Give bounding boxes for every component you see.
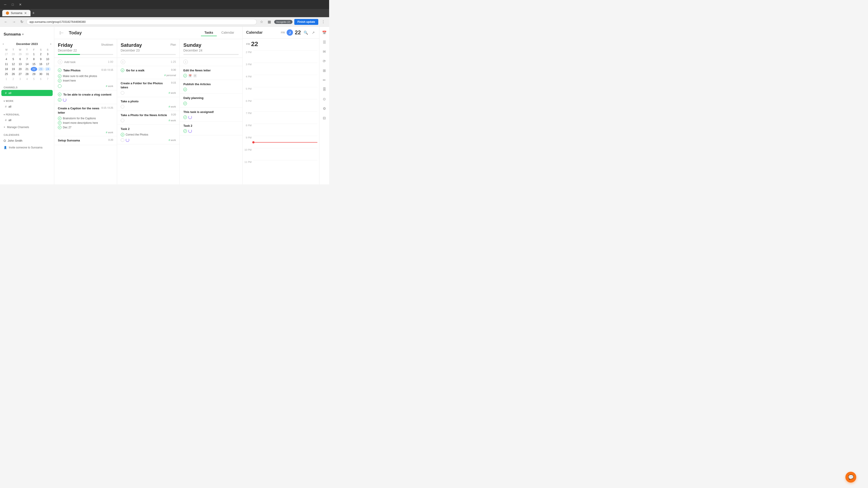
friday-action[interactable]: Shutdown (101, 43, 113, 46)
task-circle[interactable] (121, 105, 124, 108)
task-circle[interactable] (58, 98, 61, 102)
sunday-task-planning[interactable]: Daily planning (180, 94, 242, 107)
saturday-task-photo[interactable]: Take a photo #work (117, 97, 180, 111)
cal-day[interactable]: 14 (24, 62, 30, 66)
cal-day[interactable]: 4 (24, 77, 30, 81)
cal-day[interactable]: 21 (24, 67, 30, 71)
window-control-close[interactable]: ✕ (17, 2, 24, 7)
right-icon-github[interactable]: ⊙ (320, 95, 329, 103)
saturday-task-2[interactable]: Task 2 Correct the Photos #work (117, 125, 180, 144)
subtask-check[interactable] (58, 121, 61, 125)
brand-logo[interactable]: Sunsama ▾ (4, 32, 51, 37)
cal-day[interactable]: 20 (17, 67, 23, 71)
friday-task-take-photos[interactable]: Take Photos 0:10 / 0:15 Make sure to edi… (54, 66, 117, 90)
task-circle[interactable] (58, 84, 61, 88)
sidebar-item-all-channels[interactable]: # all (1, 90, 53, 96)
user-avatar[interactable]: J (287, 29, 293, 36)
manage-channels-button[interactable]: + Manage Channels (0, 124, 54, 130)
task-circle[interactable] (183, 74, 187, 77)
zoom-in-button[interactable]: 🔍 (303, 30, 309, 36)
address-bar[interactable]: app.sunsama.com/group/17031827644696380 (26, 19, 257, 25)
task-circle[interactable] (183, 102, 187, 105)
task-circle[interactable] (121, 91, 124, 95)
cal-day[interactable]: 11 (3, 62, 9, 66)
calendar-user-item[interactable]: John Smith (0, 138, 54, 143)
back-button[interactable]: ← (3, 19, 9, 25)
prev-day-button[interactable]: |← (59, 30, 65, 36)
tab-calendar[interactable]: Calendar (218, 29, 238, 36)
window-control-minimize[interactable]: ─ (2, 2, 8, 7)
new-tab-button[interactable]: + (32, 11, 35, 15)
friday-task-vlog[interactable]: To be able to create a vlog content (54, 90, 117, 104)
saturday-task-news-photo[interactable]: Take a Photo for the News Article 0:20 #… (117, 111, 180, 125)
task-checkbox[interactable] (58, 93, 61, 96)
cal-day[interactable]: 15 (31, 62, 37, 66)
sidebar-toggle-button[interactable]: ▦ (266, 19, 272, 25)
friday-task-setup[interactable]: Setup Sunsama 0:20 (54, 136, 117, 145)
cal-day[interactable]: 18 (3, 67, 9, 71)
cal-day[interactable]: 25 (3, 72, 9, 76)
right-icon-list[interactable]: ☰ (320, 38, 329, 46)
cal-day[interactable]: 16 (37, 62, 44, 66)
task-circle[interactable] (121, 119, 124, 122)
finish-update-button[interactable]: Finish update (294, 19, 318, 25)
sunday-add-task[interactable]: + (180, 58, 242, 66)
right-icon-edit[interactable]: ✏ (320, 76, 329, 84)
prev-month-button[interactable]: ‹ (3, 42, 4, 46)
window-control-maximize[interactable]: □ (10, 2, 16, 7)
active-tab[interactable]: Sunsama ✕ (2, 10, 31, 16)
cal-day[interactable]: 8 (31, 57, 37, 61)
cal-day[interactable]: 31 (44, 72, 51, 76)
friday-task-caption[interactable]: Create a Caption for the news letter 0:1… (54, 104, 117, 136)
expand-button[interactable]: ↗ (311, 30, 315, 36)
saturday-task-folder[interactable]: Create a Folder for the Photos takes 0:1… (117, 79, 180, 97)
chrome-menu-button[interactable]: ⋮ (320, 19, 327, 25)
sunday-task-2[interactable]: Task 2 (180, 122, 242, 135)
subtask-check[interactable] (121, 133, 124, 136)
cal-day[interactable]: 2 (10, 77, 16, 81)
today-button[interactable]: Today (69, 30, 82, 35)
cal-day[interactable]: 23 (37, 67, 44, 71)
cal-day[interactable]: 5 (31, 77, 37, 81)
right-icon-mail[interactable]: ✉ (320, 47, 329, 56)
sunday-task-publish[interactable]: Publish the Articles (180, 80, 242, 94)
right-icon-settings[interactable]: ⚙ (320, 104, 329, 112)
subtask-check[interactable] (58, 79, 61, 83)
cal-day[interactable]: 3 (44, 52, 51, 57)
sidebar-item-work-all[interactable]: # all (1, 103, 53, 109)
tab-close-button[interactable]: ✕ (24, 11, 27, 15)
cal-day[interactable]: 27 (3, 52, 9, 57)
saturday-action[interactable]: Plan (170, 43, 176, 46)
sidebar-item-personal-all[interactable]: # all (1, 117, 53, 123)
cal-day[interactable]: 26 (10, 72, 16, 76)
next-month-button[interactable]: › (50, 42, 51, 46)
cal-day[interactable]: 7 (44, 77, 51, 81)
cal-day[interactable]: 28 (24, 72, 30, 76)
cal-day[interactable]: 29 (17, 52, 23, 57)
right-icon-database[interactable]: 🗄 (320, 86, 329, 94)
cal-day[interactable]: 6 (37, 77, 44, 81)
cal-day[interactable]: 30 (37, 72, 44, 76)
task-circle[interactable] (183, 88, 187, 91)
cal-day[interactable]: 19 (10, 67, 16, 71)
cal-day[interactable]: 9 (37, 57, 44, 61)
bookmark-button[interactable]: ☆ (258, 19, 265, 25)
task-checkbox[interactable] (121, 68, 124, 72)
cal-day[interactable]: 1 (3, 77, 9, 81)
subtask-check[interactable] (58, 126, 61, 129)
sunday-task-newsletter[interactable]: Edit the News letter 📅 ⏱ (180, 66, 242, 80)
cal-day[interactable]: 3 (17, 77, 23, 81)
right-icon-sync[interactable]: ⟳ (320, 57, 329, 65)
cal-day[interactable]: 5 (10, 57, 16, 61)
invite-button[interactable]: 👤 Invite someone to Sunsama (0, 144, 54, 151)
subtask-check[interactable] (58, 117, 61, 120)
cal-day-today[interactable]: 22 (31, 67, 37, 71)
task-checkbox[interactable] (58, 68, 61, 72)
cal-day[interactable]: 30 (24, 52, 30, 57)
cal-day[interactable]: 1 (31, 52, 37, 57)
cal-day[interactable]: 6 (17, 57, 23, 61)
task-circle[interactable] (121, 138, 124, 142)
task-circle[interactable] (183, 116, 187, 119)
forward-button[interactable]: → (11, 19, 17, 25)
cal-day[interactable]: 29 (31, 72, 37, 76)
